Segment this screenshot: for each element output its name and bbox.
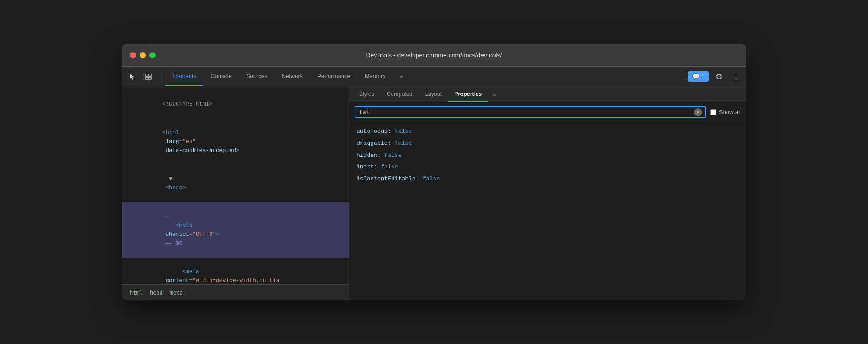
properties-list: autofocus: false draggable: false hidden… xyxy=(349,122,746,300)
inspect-icon-button[interactable] xyxy=(141,70,156,84)
minimize-button[interactable] xyxy=(140,52,146,58)
window-title: DevTools - developer.chrome.com/docs/dev… xyxy=(366,52,502,59)
elements-panel: <!DOCTYPE html> <html lang="en" data-coo… xyxy=(122,86,349,300)
breadcrumb-head[interactable]: head xyxy=(147,289,165,297)
panel-tab-properties[interactable]: Properties xyxy=(448,86,488,102)
maximize-button[interactable] xyxy=(149,52,156,58)
toolbar-right: 💬 1 ⚙ ⋮ xyxy=(688,67,743,86)
prop-row-autofocus: autofocus: false xyxy=(356,126,739,138)
more-options-button[interactable]: ⋮ xyxy=(729,70,743,83)
gear-icon: ⚙ xyxy=(715,72,723,82)
tab-console[interactable]: Console xyxy=(203,67,239,86)
panel-tab-more[interactable]: » xyxy=(488,86,500,102)
panel-tab-computed[interactable]: Computed xyxy=(380,86,419,102)
show-all-label: Show all xyxy=(719,109,741,115)
panel-tab-styles[interactable]: Styles xyxy=(353,86,380,102)
devtools-window: DevTools - developer.chrome.com/docs/dev… xyxy=(122,44,746,300)
tab-network[interactable]: Network xyxy=(275,67,310,86)
show-all-checkbox[interactable] xyxy=(710,109,716,115)
cursor-icon xyxy=(129,73,136,80)
properties-panel: Styles Computed Layout Properties » xyxy=(349,86,746,300)
close-button[interactable] xyxy=(130,52,136,58)
window-controls xyxy=(130,52,156,58)
settings-button[interactable]: ⚙ xyxy=(712,70,726,83)
svg-rect-1 xyxy=(149,74,151,76)
prop-row-draggable: draggable: false xyxy=(356,138,739,150)
inspect-icon xyxy=(145,73,152,80)
prop-row-iscontenteditable: isContentEditable: false xyxy=(356,173,739,185)
toolbar-divider xyxy=(162,70,162,82)
tab-more[interactable]: » xyxy=(393,67,410,86)
panel-tabs: Styles Computed Layout Properties » xyxy=(349,86,746,102)
breadcrumb: html head meta xyxy=(122,284,349,300)
breadcrumb-meta[interactable]: meta xyxy=(167,289,186,297)
main-tabs: Elements Console Sources Network Perform… xyxy=(165,67,410,86)
filter-input[interactable] xyxy=(355,107,705,117)
prop-row-hidden: hidden: false xyxy=(356,150,739,162)
cursor-icon-button[interactable] xyxy=(125,70,140,84)
dom-line-meta-charset[interactable]: ··· <meta charset="UTF-8"> == $0 xyxy=(122,202,349,258)
dom-line-doctype[interactable]: <!DOCTYPE html> xyxy=(122,90,349,119)
dom-line-head[interactable]: ▼ <head> xyxy=(122,165,349,202)
tab-sources[interactable]: Sources xyxy=(239,67,275,86)
dom-tree: <!DOCTYPE html> <html lang="en" data-coo… xyxy=(122,86,349,284)
show-all-wrap: Show all xyxy=(710,109,741,115)
dom-line-html[interactable]: <html lang="en" data-cookies-accepted> xyxy=(122,119,349,165)
tab-performance[interactable]: Performance xyxy=(310,67,357,86)
svg-rect-2 xyxy=(146,77,148,79)
toolbar: Elements Console Sources Network Perform… xyxy=(122,67,746,86)
svg-rect-0 xyxy=(146,74,148,76)
breadcrumb-html[interactable]: html xyxy=(127,289,145,297)
panel-tab-layout[interactable]: Layout xyxy=(419,86,448,102)
prop-row-inert: inert: false xyxy=(356,161,739,173)
svg-rect-3 xyxy=(149,77,151,79)
filter-input-wrap: ✕ xyxy=(355,106,706,118)
dom-line-meta-viewport[interactable]: <meta content="width=device-width,initia xyxy=(122,258,349,284)
chat-icon: 💬 xyxy=(692,73,699,80)
main-content: <!DOCTYPE html> <html lang="en" data-coo… xyxy=(122,86,746,300)
notifications-button[interactable]: 💬 1 xyxy=(688,71,709,82)
tab-memory[interactable]: Memory xyxy=(358,67,393,86)
ellipsis-icon: ⋮ xyxy=(732,72,740,82)
titlebar: DevTools - developer.chrome.com/docs/dev… xyxy=(122,44,746,67)
tab-elements[interactable]: Elements xyxy=(165,67,203,86)
filter-clear-button[interactable]: ✕ xyxy=(694,108,702,116)
filter-bar: ✕ Show all xyxy=(349,102,746,122)
toolbar-left xyxy=(125,67,156,86)
